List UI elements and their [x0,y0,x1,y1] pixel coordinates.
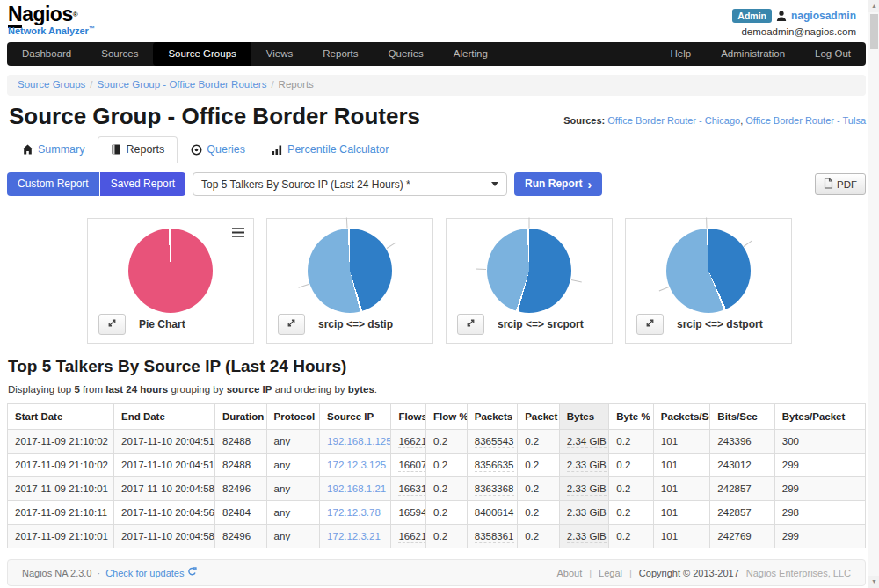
chart-panel-srcip-dstip: srcip <=> dstip [266,218,433,344]
saved-report-button[interactable]: Saved Report [100,172,185,196]
scroll-up-icon[interactable]: ▲ [868,0,879,12]
cell-bytes: 2.33 GiB [559,525,609,548]
nav-item-log-out[interactable]: Log Out [800,42,866,66]
column-header-bytes[interactable]: Bytes [559,404,609,430]
nav-item-administration[interactable]: Administration [706,42,800,66]
scroll-down-icon[interactable]: ▼ [868,576,879,588]
tab-reports[interactable]: Reports [98,136,178,163]
column-header-bytes-packet[interactable]: Bytes/Packet [774,404,865,430]
pie-label-tick [658,287,669,291]
tooltip-value: 2.33 GiB [567,460,607,472]
scrollbar-thumb[interactable] [870,14,878,49]
tooltip-value: 2.33 GiB [567,507,607,519]
about-link[interactable]: About [556,568,582,578]
table-body: 2017-11-09 21:10:022017-11-10 20:04:5182… [8,430,866,548]
pie-label-tick [476,269,486,270]
source-ip-link[interactable]: 172.12.3.78 [327,507,381,518]
source-link-office-border-router-chicago[interactable]: Office Border Router - Chicago [607,115,740,126]
nav-item-dashboard[interactable]: Dashboard [7,42,86,66]
report-title: Top 5 Talkers By Source IP (Last 24 Hour… [8,357,866,376]
run-report-button[interactable]: Run Report› [514,172,602,196]
source-ip-link[interactable]: 172.12.3.125 [327,460,386,470]
vertical-scrollbar[interactable]: ▲ ▼ [868,0,879,588]
source-ip-link[interactable]: 192.168.1.125 [327,436,391,446]
column-header-packets-sec[interactable]: Packets/Sec [653,404,710,430]
column-header-protocol[interactable]: Protocol [266,404,320,430]
app-header: Nagios® Network Analyzer™ Admin nagiosad… [0,0,879,42]
column-header-bits-sec[interactable]: Bits/Sec [710,404,774,430]
custom-report-button[interactable]: Custom Report [7,172,99,196]
tab-percentile-calculator[interactable]: Percentile Calculator [258,136,402,163]
nav-item-help[interactable]: Help [656,42,707,66]
nav-item-alerting[interactable]: Alerting [439,42,503,66]
column-header-flows[interactable]: Flows [391,404,426,430]
cell-duration: 82496 [215,525,267,548]
cell-packets: 8358361 [467,525,517,548]
cell-bits-sec: 242857 [710,501,774,525]
footer-divider: | [589,568,592,578]
column-header-end-date[interactable]: End Date [114,404,215,430]
nav-item-views[interactable]: Views [251,42,308,66]
breadcrumb-item-source-groups[interactable]: Source Groups [18,79,85,90]
summary-emphasis: source IP [227,384,272,395]
nav-item-queries[interactable]: Queries [374,42,439,66]
cell-packet: 0.2 [518,525,560,548]
breadcrumb-separator: / [271,79,273,90]
app-version: Nagios NA 2.3.0 [22,568,92,578]
trademark-mark: ™ [89,25,95,32]
column-header-packet[interactable]: Packet % [518,404,560,430]
column-header-byte[interactable]: Byte % [609,404,654,430]
chart-label: srcip <=> dstip [318,318,393,330]
column-header-start-date[interactable]: Start Date [8,404,114,430]
pie-label-tick [571,279,582,282]
breadcrumb-item-reports: Reports [279,79,314,90]
chevron-right-icon: › [587,179,592,190]
tab-summary[interactable]: Summary [9,136,98,163]
source-ip-link[interactable]: 172.12.3.21 [327,531,381,541]
sources-label: Sources: [563,115,605,126]
cell-bytes-packet: 298 [774,501,865,525]
cell-source-ip: 172.12.3.78 [320,501,391,525]
cell-duration: 82488 [215,454,267,477]
breadcrumb-item-source-group-office-border-routers[interactable]: Source Group - Office Border Routers [98,79,267,90]
nav-item-reports[interactable]: Reports [308,42,373,66]
pie-label-tick [299,284,309,288]
panel-footer: srcip <=> dstport [636,314,763,335]
tab-queries[interactable]: Queries [178,136,258,163]
cell-flow: 0.2 [426,501,468,525]
cell-bits-sec: 242769 [710,525,774,548]
nav-item-source-groups[interactable]: Source Groups [153,42,251,66]
expand-chart-button[interactable] [457,314,484,335]
user-info: Admin nagiosadmin demoadmin@nagios.com [732,4,856,37]
expand-chart-button[interactable] [278,314,305,335]
column-header-source-ip[interactable]: Source IP [320,404,391,430]
hamburger-menu-icon[interactable] [231,226,245,242]
panel-footer: srcip <=> srcport [457,314,584,335]
tab-label: Percentile Calculator [287,143,389,156]
summary-text: . [374,384,377,395]
column-header-duration[interactable]: Duration [215,404,267,430]
source-ip-link[interactable]: 192.168.1.21 [327,483,386,494]
tooltip-value: 16607 [398,460,425,472]
pdf-button[interactable]: PDF [815,173,866,195]
column-header-packets[interactable]: Packets [467,404,517,430]
summary-emphasis: bytes [348,384,374,395]
report-select[interactable]: Top 5 Talkers By Source IP (Last 24 Hour… [193,172,507,196]
legal-link[interactable]: Legal [599,568,622,578]
table-row: 2017-11-09 21:10:012017-11-10 20:04:5882… [8,525,866,548]
logo-subtitle: Network Analyzer™ [8,25,95,36]
check-updates-link[interactable]: Check for updates [105,567,197,578]
cell-packets: 8363368 [467,477,517,501]
panel-footer: Pie Chart [98,314,185,335]
page-title: Source Group - Office Border Routers [9,103,420,129]
cell-bytes-packet: 299 [774,477,865,501]
column-header-flow[interactable]: Flow % [426,404,468,430]
nagios-logo[interactable]: Nagios® Network Analyzer™ [8,4,95,36]
username-link[interactable]: nagiosadmin [791,10,856,22]
divider [7,207,866,207]
source-link-office-border-router-tulsa[interactable]: Office Border Router - Tulsa [745,115,866,126]
nav-item-sources[interactable]: Sources [86,42,153,66]
expand-chart-button[interactable] [98,314,126,335]
expand-chart-button[interactable] [636,314,664,335]
cell-packet: 0.2 [518,454,560,477]
